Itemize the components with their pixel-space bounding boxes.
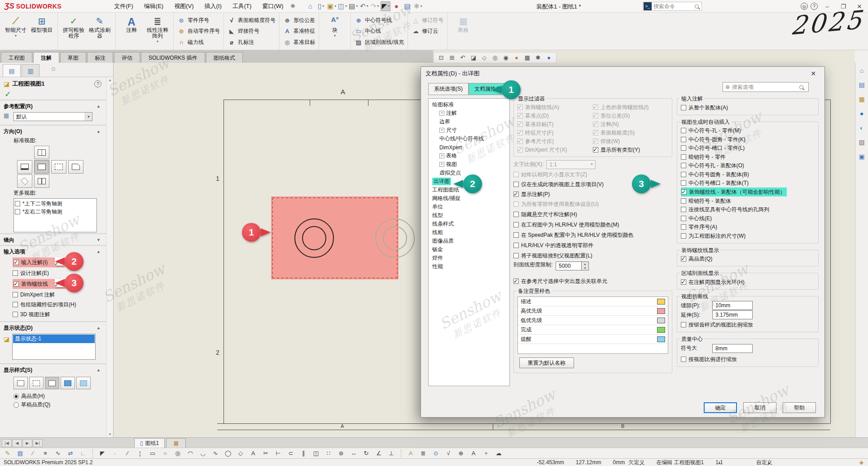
spin-up-icon[interactable]: ▲ [582,262,588,266]
menu-pin-icon[interactable]: ✱ [290,3,295,9]
dropdown-arrow-icon[interactable]: ▾ [15,34,17,38]
note-tool-icon[interactable]: A [406,449,416,458]
radio-draft-quality[interactable]: 草稿品质(Q) [13,401,110,409]
tree-item-units[interactable]: 单位 [429,203,509,211]
dialog-title-bar[interactable]: 文档属性(D) - 出详图 ✕ [421,67,824,80]
center-mark-tool-icon[interactable]: + [481,449,491,458]
checkbox-highlight-associated[interactable]: 在参考尺寸选择中突出显示关联单元 [513,277,672,285]
text-tool-icon[interactable]: A [248,449,258,458]
view-front-button[interactable] [34,146,49,159]
tab-drawing[interactable]: 工程图 [1,52,32,63]
pm-help-icon[interactable]: ? [94,80,101,87]
tree-item-image-quality[interactable]: 图像品质 [429,237,509,245]
user-account-icon[interactable]: ◎ [801,3,808,10]
model-items-button[interactable]: ⊞ 模型项目 [29,14,55,48]
home-icon[interactable]: ⌂ [305,1,315,11]
menu-edit[interactable]: 编辑(E) [139,0,169,13]
circle-tool-icon[interactable]: ○ [160,449,170,458]
panel-pin-icon[interactable] [52,67,55,71]
display-relations-icon[interactable]: ⊥ [386,449,396,458]
tree-item-line-thickness[interactable]: 线粗 [429,228,509,237]
dropdown-arrow-icon[interactable]: ▾ [157,39,158,44]
dropdown-arrow-icon[interactable]: ▾ [334,34,336,38]
checkbox-centermark-holes-part[interactable]: 中心符号-孔 - 零件(M) [681,126,815,135]
color-swatch[interactable] [657,336,665,342]
view-split-button[interactable] [34,174,49,188]
smart-dimension-button[interactable]: ⟋ 智能尺寸 ▾ [3,14,29,48]
extend-entities-icon[interactable]: ⊢ [273,449,283,458]
display-state-item-selected[interactable]: 显示状态-1 [13,335,95,343]
line-color-icon[interactable]: ∕ [28,449,38,458]
tree-item-dimensions[interactable]: +尺寸 [429,126,509,135]
menu-file[interactable]: 文件(F) [109,0,139,13]
cancel-button[interactable]: 取消 [743,402,776,413]
linear-note-pattern-button[interactable]: ≣ 线性注释阵列 ▾ [145,14,171,48]
color-swatch[interactable] [657,327,665,333]
menu-insert[interactable]: 插入(I) [199,0,227,13]
import-options-header[interactable]: 输入选项 [4,248,25,256]
undo-icon[interactable]: ↶ [359,1,369,11]
view-top-button[interactable] [17,160,32,174]
checkbox-centermark-slots-assembly[interactable]: 中心符号槽口 - 装配体(T) [681,179,815,188]
checkbox-centermark-fillets-part[interactable]: 中心符号-圆角 - 零件(K) [681,135,815,144]
tree-item-dimxpert[interactable]: DimXpert [429,143,509,152]
add-sheet-tab[interactable]: ▩ [166,438,186,448]
expand-icon[interactable]: + [439,162,444,167]
checkbox-link-child-views[interactable]: 将子视图链接到父视图配置(L) [513,252,672,260]
checkbox-thread-high-quality[interactable]: 高品质(Q) [681,255,815,264]
appearances-icon[interactable]: ◐ [857,123,867,133]
toolbox-icon[interactable]: ● [857,109,867,118]
line-thickness-icon[interactable]: ≡ [40,449,50,458]
panel-scrollbar[interactable]: ▲▼ [106,77,113,437]
line-style-icon[interactable]: ∿ [53,449,63,458]
checkbox-dowel-symbols-part[interactable]: 暗销符号 - 零件 [681,152,815,161]
display-state-listbox[interactable]: 显示状态-1 [12,334,96,360]
options-list-icon[interactable]: ▤ [402,1,412,11]
tab-solidworks-addins[interactable]: SOLIDWORKS 插件 [141,52,205,63]
checkbox-model-color-hlr[interactable]: 在工程图中为 HLR/HLV 使用模型颜色(M) [513,221,672,229]
expand-icon[interactable]: + [439,111,444,116]
circular-pattern-icon[interactable]: ⊚ [336,449,346,458]
collapse-chevron-icon[interactable]: ▲ [96,129,101,134]
display-style-icon[interactable]: ◎ [491,53,500,62]
hide-show-annotations-icon[interactable]: ∟ [78,449,88,458]
checkbox-dimetric-topbottom[interactable]: *上下二等角轴测 [15,200,96,208]
checkbox-include-hidden-features[interactable]: 包括隐藏特征的项目(H) [13,301,110,309]
next-sheet-icon[interactable]: ▶ [22,439,32,447]
ellipse-tool-icon[interactable]: ◯ [223,449,233,458]
tree-item-drafting-standard[interactable]: 绘图标准 [429,100,509,109]
options-tree[interactable]: 绘图标准 +注解 边界 +尺寸 中心线/中心符号线 DimXpert +表格 +… [428,98,510,386]
move-entities-icon[interactable]: ↔ [349,449,359,458]
expand-icon[interactable]: + [439,153,444,158]
reset-default-names-button[interactable]: 重置为默认名称 [519,357,574,368]
view-hidden-button[interactable] [51,160,66,174]
revision-cloud-tool-icon[interactable]: ☁ [494,449,504,458]
balloon-tool-icon[interactable]: ⊙ [431,449,441,458]
custom-properties-icon[interactable]: ▧ [857,137,867,147]
select-tool-icon[interactable]: ◤ [97,449,107,458]
expand-chevron-icon[interactable]: ▼ [96,238,101,242]
orientation-header[interactable]: 方向(O) [4,128,22,135]
tree-item-centerlines[interactable]: 中心线/中心符号线 [429,135,509,143]
checkbox-dimetric-leftright[interactable]: *左右二等角轴测 [15,208,96,216]
feature-manager-tab-icon[interactable]: ▥ [22,64,39,77]
menu-window[interactable]: 窗口(W) [257,0,289,13]
ref-config-header[interactable]: 参考配置(R) [4,103,33,110]
file-explorer-icon[interactable]: ▤ [857,80,867,90]
spinner-arrows[interactable]: ▲▼ [582,261,589,270]
dialog-close-button[interactable]: ✕ [807,68,820,79]
checkbox-centerlines[interactable]: 中心线(E) [681,214,815,223]
extension-input[interactable]: 3.175mm [712,310,753,319]
section-view-icon[interactable]: ◪ [469,53,478,62]
tree-item-sheet-metal[interactable]: 钣金 [429,245,509,254]
centerline-button[interactable]: ▭中心线 [355,27,404,36]
checkbox-from-entire-assembly[interactable]: 从整个装配体(A) [681,103,815,112]
rebuild-traffic-light-icon[interactable]: ● [391,1,401,11]
collapse-chevron-icon[interactable]: ▲ [96,326,101,330]
view-corner-button[interactable] [68,160,83,174]
hide-show-items-icon[interactable]: ◉ [501,53,510,62]
settings-icon[interactable]: ✱ [413,1,423,11]
line-tool-icon[interactable]: ∕ [123,449,132,458]
hidden-lines-removed-button[interactable] [45,377,59,389]
checkbox-connection-lines-hole-patterns[interactable]: 连接线至具有中心符号线的孔阵列 [681,205,815,214]
